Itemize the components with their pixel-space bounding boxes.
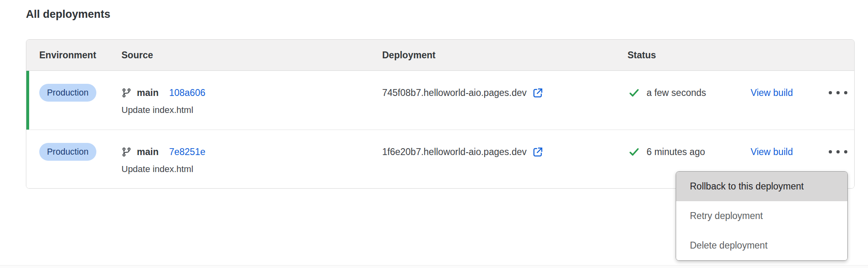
status-time: a few seconds — [647, 87, 706, 98]
environment-cell: Production — [26, 130, 121, 188]
deployments-page: All deployments Environment Source Deplo… — [0, 7, 868, 268]
environment-badge: Production — [39, 84, 96, 102]
column-header-source: Source — [121, 50, 382, 61]
column-header-environment: Environment — [26, 50, 121, 61]
branch-name: main — [137, 87, 159, 98]
git-branch-icon — [121, 88, 132, 98]
external-link-icon[interactable] — [532, 146, 544, 158]
page-title: All deployments — [26, 7, 868, 21]
view-build-link[interactable]: View build — [751, 147, 793, 157]
table-header-row: Environment Source Deployment Status — [26, 40, 854, 71]
deployment-options-button[interactable] — [829, 84, 847, 102]
commit-link[interactable]: 108a606 — [169, 87, 206, 98]
status-cell: a few seconds — [628, 71, 751, 130]
deployment-options-button[interactable] — [829, 143, 847, 161]
deployment-cell: 745f08b7.helloworld-aio.pages.dev — [382, 71, 628, 130]
environment-cell: Production — [26, 71, 121, 130]
deployment-cell: 1f6e20b7.helloworld-aio.pages.dev — [382, 130, 628, 188]
table-row: Production main 108a606 Update index.htm… — [26, 71, 854, 130]
check-icon — [628, 87, 640, 98]
git-branch-icon — [121, 147, 132, 157]
source-cell: main 108a606 Update index.html — [121, 71, 382, 130]
menu-item-rollback[interactable]: Rollback to this deployment — [676, 172, 847, 201]
actions-cell — [818, 71, 854, 130]
branch-name: main — [137, 147, 159, 157]
current-deployment-indicator — [26, 71, 29, 130]
external-link-icon[interactable] — [532, 87, 544, 99]
deployment-url: 1f6e20b7.helloworld-aio.pages.dev — [382, 147, 527, 157]
view-build-cell: View build — [751, 71, 818, 130]
environment-badge: Production — [39, 143, 96, 161]
commit-message: Update index.html — [121, 104, 382, 116]
check-icon — [628, 147, 640, 157]
deployment-context-menu: Rollback to this deployment Retry deploy… — [676, 171, 848, 261]
source-cell: main 7e8251e Update index.html — [121, 130, 382, 188]
view-build-link[interactable]: View build — [751, 87, 793, 98]
page-bottom-divider — [0, 265, 868, 268]
deployments-table: Environment Source Deployment Status Pro… — [26, 39, 855, 189]
status-time: 6 minutes ago — [647, 147, 705, 157]
deployment-url: 745f08b7.helloworld-aio.pages.dev — [382, 87, 527, 98]
menu-item-delete[interactable]: Delete deployment — [676, 231, 847, 260]
ellipsis-icon — [829, 91, 832, 94]
column-header-status: Status — [628, 50, 751, 61]
menu-item-retry[interactable]: Retry deployment — [676, 201, 847, 231]
column-header-deployment: Deployment — [382, 50, 628, 61]
commit-link[interactable]: 7e8251e — [169, 147, 206, 157]
ellipsis-icon — [829, 150, 832, 153]
commit-message: Update index.html — [121, 164, 382, 175]
